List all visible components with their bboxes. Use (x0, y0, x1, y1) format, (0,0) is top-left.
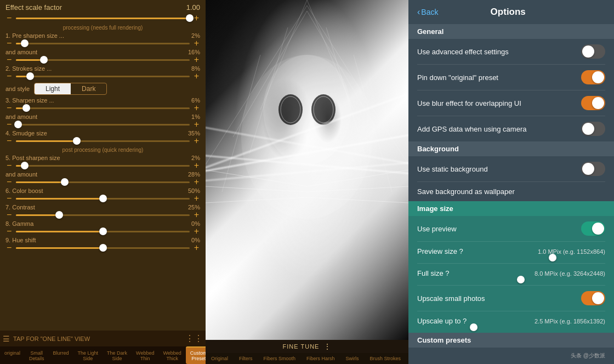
param-amount2-plus[interactable]: + (193, 120, 200, 129)
param-contrast: 7. Contrast 25% − + (0, 203, 206, 220)
effect-scale-minus[interactable]: − (5, 14, 13, 22)
svg-line-15 (307, 197, 408, 203)
tap-bar[interactable]: ☰ TAP FOR "ONE LINE" VIEW ⋮⋮ (0, 331, 206, 346)
img-tab-fibers-smooth[interactable]: Fibers Smooth (258, 353, 302, 364)
param-pre-sharpen-size: 1. Pre sharpen size ... 2% − + (0, 32, 206, 48)
param-2-slider[interactable] (16, 76, 189, 77)
param-amount-post-minus[interactable]: − (5, 178, 13, 186)
tab-custom-preset[interactable]: CustomPreset (186, 346, 206, 364)
toggle-pin-original[interactable] (581, 70, 605, 84)
effect-scale-label: Effect scale factor (5, 3, 183, 12)
menu-icon[interactable]: ⋮⋮ (185, 333, 203, 344)
param-amount1-slider[interactable] (16, 59, 189, 61)
watermark: 头条 @少数派 (408, 348, 614, 364)
param-2-minus[interactable]: − (5, 72, 13, 81)
tap-label: TAP FOR "ONE LINE" VIEW (13, 335, 90, 342)
img-tab-original[interactable]: Original (206, 353, 234, 364)
option-upscale-small: Upscale small photos (417, 286, 605, 311)
param-amount1-minus[interactable]: − (5, 55, 13, 64)
section-background-header: Background (408, 141, 614, 156)
tab-original[interactable]: original (0, 346, 25, 364)
style-toggle[interactable]: Light Dark (34, 83, 107, 95)
svg-line-13 (307, 170, 408, 186)
param-8-slider[interactable] (16, 231, 189, 232)
effect-scale-header: Effect scale factor 1.00 (0, 0, 206, 13)
option-full-size: Full size ? 8.0 MPix (e.g. 3264x2448) (417, 264, 605, 286)
svg-line-0 (260, 0, 307, 110)
svg-line-11 (206, 186, 307, 192)
param-2-plus[interactable]: + (193, 72, 200, 81)
svg-line-8 (249, 27, 288, 153)
param-amount2-slider[interactable] (16, 124, 189, 126)
option-label-preview-size: Preview size ? (417, 247, 538, 255)
section-general-header: General (408, 24, 614, 39)
option-label-static-bg: Use static background (417, 165, 581, 173)
param-4-minus[interactable]: − (5, 136, 13, 145)
toggle-use-preview[interactable] (581, 221, 605, 236)
style-dark-btn[interactable]: Dark (71, 83, 106, 94)
img-tab-pencil-etching[interactable]: Pencil Etching (406, 353, 408, 364)
param-post-sharpen: 5. Post sharpen size 2% − + (0, 154, 206, 170)
svg-line-12 (206, 197, 307, 203)
toggle-upscale-small[interactable] (581, 291, 605, 305)
param-3-minus[interactable]: − (5, 104, 13, 112)
img-tab-fibers-harsh[interactable]: Fibers Harsh (301, 353, 340, 364)
param-sharpen-size: 3. Sharpen size ... 6% − + (0, 96, 206, 113)
img-tab-swirls[interactable]: Swirls (340, 353, 365, 364)
tab-dark-side[interactable]: The DarkSide (103, 346, 132, 364)
param-5-minus[interactable]: − (5, 161, 13, 170)
param-7-slider[interactable] (16, 214, 189, 216)
param-name-4: 4. Smudge size (5, 130, 47, 136)
toggle-static-bg[interactable] (581, 162, 605, 176)
tab-small-details[interactable]: SmallDetails (25, 346, 49, 364)
param-4-plus[interactable]: + (193, 136, 200, 145)
option-gps: Add GPS data when using camera (417, 116, 605, 141)
param-amount1-plus[interactable]: + (193, 55, 200, 64)
toggle-blur-ui[interactable] (581, 96, 605, 110)
option-upscale-upto: Upscale up to ? 2.5 MPix (e.g. 1856x1392… (417, 311, 605, 333)
effect-scale-slider[interactable] (16, 18, 189, 19)
full-size-value: 8.0 MPix (e.g. 3264x2448) (535, 270, 605, 277)
param-amount-post-plus[interactable]: + (193, 178, 200, 186)
param-9-plus[interactable]: + (193, 243, 200, 252)
param-9-minus[interactable]: − (5, 243, 13, 252)
back-button[interactable]: ‹ Back (417, 7, 438, 17)
option-static-bg: Use static background (417, 156, 605, 182)
tab-light-side[interactable]: The LightSide (73, 346, 103, 364)
option-label-gps: Add GPS data when using camera (417, 125, 581, 133)
param-7-plus[interactable]: + (193, 211, 200, 219)
effect-scale-value: 1.00 (186, 3, 200, 12)
param-7-minus[interactable]: − (5, 211, 13, 219)
param-4-slider[interactable] (16, 140, 189, 142)
param-amount-post-slider[interactable] (16, 181, 189, 183)
param-8-minus[interactable]: − (5, 227, 13, 236)
toggle-advanced-effect[interactable] (581, 44, 605, 59)
tab-webbed-thin[interactable]: WebbedThin (132, 346, 158, 364)
middle-panel: FINE TUNE ⋮ Original Filters Fibers Smoo… (206, 0, 408, 364)
param-9-slider[interactable] (16, 247, 189, 249)
tab-webbed-thick[interactable]: WebbedThick (158, 346, 185, 364)
param-5-slider[interactable] (16, 165, 189, 167)
effect-scale-plus[interactable]: + (193, 14, 200, 22)
option-label-pin: Pin down "original" preset (417, 73, 581, 82)
param-6-slider[interactable] (16, 198, 189, 200)
img-tab-brush-strokes[interactable]: Brush Strokes (365, 353, 407, 364)
finetune-label: FINE TUNE (283, 343, 320, 350)
param-6-minus[interactable]: − (5, 194, 13, 203)
param-8-plus[interactable]: + (193, 227, 200, 236)
tap-icon: ☰ (3, 334, 10, 343)
param-3-plus[interactable]: + (193, 104, 200, 112)
param-6-plus[interactable]: + (193, 194, 200, 203)
param-amount2-minus[interactable]: − (5, 120, 13, 129)
tab-blurred[interactable]: Blurred (49, 346, 73, 364)
param-1-slider[interactable] (16, 43, 189, 44)
param-1-plus[interactable]: + (193, 39, 200, 48)
param-1-minus[interactable]: − (5, 39, 13, 48)
param-3-slider[interactable] (16, 107, 189, 109)
toggle-gps[interactable] (581, 122, 605, 136)
img-tab-filters[interactable]: Filters (234, 353, 258, 364)
section-custom-presets-header: Custom presets (408, 333, 614, 348)
option-label-full-size: Full size ? (417, 269, 535, 277)
style-light-btn[interactable]: Light (35, 83, 71, 94)
param-5-plus[interactable]: + (193, 161, 200, 170)
